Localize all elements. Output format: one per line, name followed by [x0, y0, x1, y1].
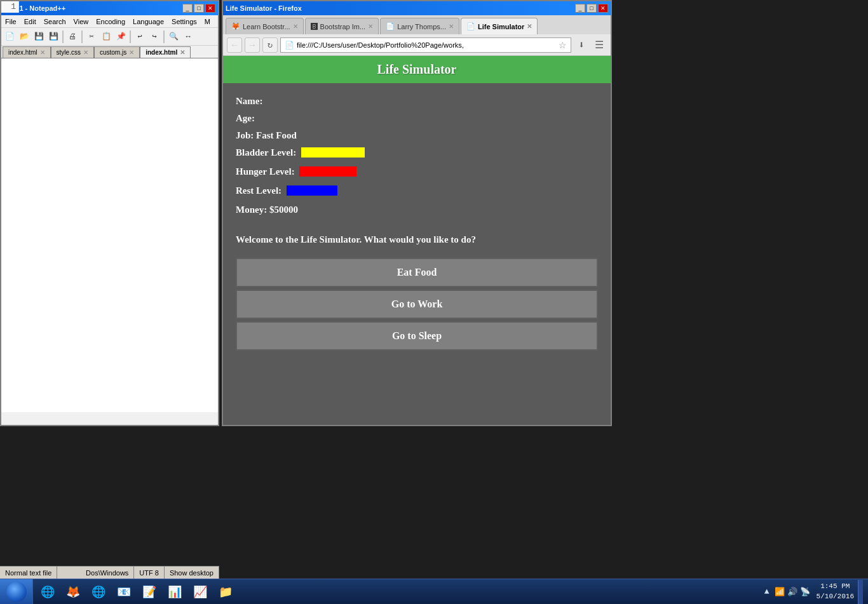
tab-label-4: Life Simulator [478, 23, 524, 30]
browser-tab-life-sim[interactable]: 📄 Life Simulator ✕ [461, 18, 538, 34]
browser-content: Life Simulator Name: Age: Job: Fast Food… [223, 56, 611, 425]
address-lock-icon: 📄 [285, 41, 294, 50]
taskbar-app-firefox[interactable]: 🦊 [61, 581, 85, 603]
browser-maximize-button[interactable]: □ [587, 4, 597, 13]
systray-icons: ▲ 📶 🔊 📡 [759, 587, 813, 597]
browser-menu-button[interactable]: ☰ [592, 37, 607, 53]
taskbar-app-outlook[interactable]: 📧 [112, 581, 136, 603]
browser-tab-close-4[interactable]: ✕ [527, 23, 532, 30]
tab-style-css[interactable]: style.css ✕ [51, 46, 94, 58]
job-field: Job: Fast Food [236, 130, 598, 141]
go-to-sleep-button[interactable]: Go to Sleep [236, 321, 598, 351]
taskbar: 🌐 🦊 🌐 📧 📝 📊 📈 📁 ▲ 📶 🔊 📡 [0, 579, 868, 604]
rest-bar [287, 185, 337, 196]
show-desktop-button[interactable] [858, 580, 863, 604]
bladder-label: Bladder Level: [236, 147, 296, 158]
notepad-titlebar: new 1 - Notepad++ _ □ ✕ [1, 1, 218, 15]
hunger-field: Hunger Level: [236, 166, 598, 179]
tab-close-3[interactable]: ✕ [129, 49, 134, 56]
tab-index-html-2[interactable]: index.html ✕ [140, 46, 191, 58]
chrome-icon: 🌐 [90, 583, 107, 601]
browser-tab-close-1[interactable]: ✕ [293, 23, 298, 30]
systray-signal-icon[interactable]: 📡 [800, 587, 810, 597]
start-button[interactable] [0, 579, 33, 605]
taskbar-app-chrome[interactable]: 🌐 [86, 581, 111, 603]
money-field: Money: $50000 [236, 205, 598, 215]
notepad-editor[interactable]: 1 [1, 58, 218, 412]
tab-index-html-1[interactable]: index.html ✕ [3, 46, 51, 58]
taskbar-app-ie[interactable]: 🌐 [36, 581, 60, 603]
notepad-statusbar: Normal text file Dos\Windows UTF 8 Show … [0, 566, 219, 579]
download-button[interactable]: ⬇ [574, 37, 589, 53]
tab-label-3: Larry Thomps... [397, 23, 446, 30]
menu-settings[interactable]: Settings [168, 15, 201, 27]
tab-favicon-4: 📄 [466, 22, 475, 30]
toolbar-new[interactable]: 📄 [3, 30, 17, 44]
menu-edit[interactable]: Edit [20, 15, 40, 27]
browser-tab-larry[interactable]: 📄 Larry Thomps... ✕ [380, 18, 459, 34]
app-message: Welcome to the Life Simulator. What woul… [236, 234, 598, 245]
tab-favicon-3: 📄 [386, 22, 395, 30]
toolbar-redo[interactable]: ↪ [147, 30, 161, 44]
toolbar-find[interactable]: 🔍 [166, 30, 180, 44]
notepad-menubar: File Edit Search View Encoding Language … [1, 15, 218, 28]
tab-close-1[interactable]: ✕ [40, 49, 45, 56]
toolbar-save[interactable]: 💾 [32, 30, 46, 44]
toolbar-open[interactable]: 📂 [17, 30, 31, 44]
job-label: Job: [236, 130, 254, 140]
bladder-bar [301, 147, 365, 158]
systray-up-arrow[interactable]: ▲ [762, 587, 772, 597]
menu-more[interactable]: M [201, 15, 214, 27]
menu-search[interactable]: Search [40, 15, 70, 27]
menu-file[interactable]: File [1, 15, 20, 27]
toolbar-paste[interactable]: 📌 [114, 30, 128, 44]
notepad-minimize-button[interactable]: _ [182, 4, 193, 13]
taskbar-app-powerpoint[interactable]: 📊 [163, 581, 187, 603]
tab-label: style.css [57, 49, 81, 56]
toolbar-save-all[interactable]: 💾 [46, 30, 60, 44]
taskbar-app-explorer[interactable]: 📁 [214, 581, 238, 603]
menu-view[interactable]: View [70, 15, 93, 27]
toolbar-sep2 [81, 30, 83, 43]
eat-food-button[interactable]: Eat Food [236, 258, 598, 287]
go-to-work-button[interactable]: Go to Work [236, 290, 598, 319]
hunger-bar [299, 166, 356, 177]
app-title: Life Simulator [377, 62, 457, 76]
tab-label-1: Learn Bootstr... [243, 23, 290, 30]
browser-tabs-bar: 🦊 Learn Bootstr... ✕ 🅱 Bootstrap Im... ✕… [223, 15, 611, 34]
toolbar-print[interactable]: 🖨 [65, 30, 79, 44]
taskbar-clock[interactable]: 1:45 PM 5/10/2016 [817, 582, 854, 601]
systray-volume-icon[interactable]: 🔊 [787, 587, 797, 597]
browser-tab-close-2[interactable]: ✕ [368, 23, 373, 30]
notepad-maximize-button[interactable]: □ [194, 4, 204, 13]
browser-tab-bootstrap[interactable]: 🅱 Bootstrap Im... ✕ [305, 18, 379, 34]
tab-close-4[interactable]: ✕ [180, 49, 185, 56]
hunger-bar-container [299, 166, 356, 179]
toolbar-replace[interactable]: ↔ [181, 30, 195, 44]
toolbar-undo[interactable]: ↩ [133, 30, 147, 44]
menu-encoding[interactable]: Encoding [92, 15, 129, 27]
systray-network-icon[interactable]: 📶 [775, 587, 785, 597]
forward-button[interactable]: → [245, 37, 260, 53]
browser-tab-close-3[interactable]: ✕ [449, 23, 454, 30]
reload-button[interactable]: ↻ [262, 37, 278, 53]
toolbar-cut[interactable]: ✂ [85, 30, 98, 44]
taskbar-app-word[interactable]: 📝 [137, 581, 161, 603]
tab-custom-js[interactable]: custom.js ✕ [94, 46, 140, 58]
bookmark-star-icon[interactable]: ☆ [559, 40, 567, 50]
taskbar-time-display: 1:45 PM [817, 582, 854, 591]
browser-close-button[interactable]: ✕ [598, 4, 608, 13]
tab-close-2[interactable]: ✕ [83, 49, 88, 56]
notepad-tabs: index.html ✕ style.css ✕ custom.js ✕ ind… [1, 46, 218, 58]
start-orb [6, 582, 27, 602]
taskbar-app-excel[interactable]: 📈 [188, 581, 212, 603]
notepad-close-button[interactable]: ✕ [205, 4, 215, 13]
taskbar-pinned-apps: 🌐 🦊 🌐 📧 📝 📊 📈 📁 [33, 579, 240, 605]
browser-minimize-button[interactable]: _ [575, 4, 585, 13]
back-button[interactable]: ← [227, 37, 242, 53]
menu-language[interactable]: Language [129, 15, 168, 27]
toolbar-copy[interactable]: 📋 [99, 30, 113, 44]
explorer-icon: 📁 [217, 583, 234, 601]
browser-tab-learn[interactable]: 🦊 Learn Bootstr... ✕ [226, 18, 304, 34]
address-bar[interactable]: 📄 file:///C:/Users/user/Desktop/Portfoli… [280, 37, 571, 53]
